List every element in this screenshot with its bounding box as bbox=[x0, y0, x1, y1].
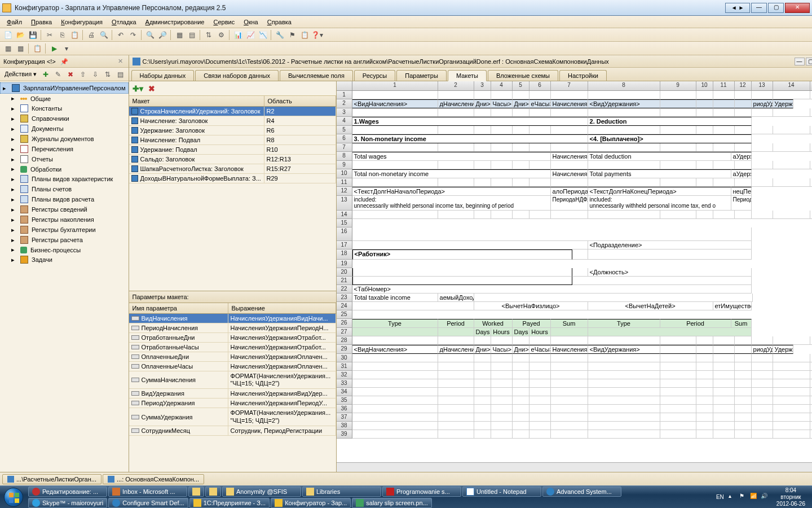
cell[interactable] bbox=[551, 379, 588, 388]
horizontal-scrollbar[interactable] bbox=[337, 462, 812, 472]
cell[interactable]: Начисления> bbox=[551, 169, 588, 178]
cell[interactable] bbox=[438, 161, 474, 169]
row-header[interactable]: 10 bbox=[337, 169, 352, 178]
cell[interactable] bbox=[474, 430, 491, 439]
cell[interactable] bbox=[529, 161, 551, 169]
menu-windows[interactable]: Окна bbox=[240, 17, 262, 27]
cell[interactable]: еЧасы> bbox=[529, 99, 551, 108]
cell[interactable] bbox=[773, 388, 810, 396]
cell[interactable] bbox=[773, 161, 810, 169]
cell[interactable] bbox=[713, 108, 735, 117]
cell[interactable] bbox=[660, 362, 696, 371]
cell[interactable] bbox=[352, 362, 438, 371]
cell[interactable] bbox=[352, 336, 438, 345]
cell[interactable]: 2. Deduction bbox=[588, 117, 752, 126]
cell[interactable] bbox=[529, 388, 551, 396]
cell[interactable]: <Подразделение> bbox=[588, 241, 752, 249]
taskbar-button[interactable] bbox=[205, 487, 221, 497]
cell[interactable] bbox=[588, 249, 752, 260]
tree-item[interactable]: ▸Регистры накопления bbox=[0, 214, 129, 225]
save-icon[interactable]: 💾 bbox=[27, 29, 38, 41]
cell[interactable] bbox=[735, 345, 752, 354]
cell[interactable] bbox=[513, 379, 529, 388]
cell[interactable]: <ВычетНаФизлицо> bbox=[474, 302, 588, 310]
cell[interactable] bbox=[588, 161, 660, 169]
cell[interactable] bbox=[810, 354, 812, 362]
cell[interactable] bbox=[551, 413, 588, 422]
cell[interactable] bbox=[773, 396, 810, 405]
cell[interactable] bbox=[810, 91, 812, 99]
cell[interactable] bbox=[352, 126, 438, 134]
cell[interactable] bbox=[551, 354, 588, 362]
templates-col-area[interactable]: Область bbox=[264, 96, 336, 106]
redo-icon[interactable]: ↷ bbox=[127, 29, 139, 41]
row-header[interactable]: 5 bbox=[337, 126, 352, 134]
param-row[interactable]: ПериодУдержанияНачисленияУдержанияПериод… bbox=[129, 398, 336, 408]
tree-item[interactable]: ▸Регистры расчета bbox=[0, 235, 129, 245]
param-row[interactable]: ВидНачисленияНачисленияУдержанияВидНачи.… bbox=[129, 314, 336, 323]
row-header[interactable]: 39 bbox=[337, 430, 352, 439]
cell[interactable] bbox=[551, 371, 588, 379]
cell[interactable] bbox=[660, 396, 696, 405]
cell[interactable] bbox=[696, 413, 713, 422]
taskbar-button[interactable] bbox=[188, 487, 204, 497]
cell[interactable] bbox=[474, 371, 491, 379]
print-icon[interactable]: 🖨 bbox=[86, 29, 97, 41]
cell[interactable] bbox=[529, 430, 551, 439]
tray-net-icon[interactable]: 📶 bbox=[750, 493, 759, 502]
tab[interactable]: Вычисляемые поля bbox=[280, 70, 353, 81]
templates-grid[interactable]: Макет Область СтрокаНачисленийУдержаний:… bbox=[129, 96, 336, 291]
cell[interactable] bbox=[660, 161, 696, 169]
cell[interactable] bbox=[660, 178, 696, 187]
tab[interactable]: Вложенные схемы bbox=[488, 70, 558, 81]
cell[interactable] bbox=[513, 396, 529, 405]
col-header[interactable]: 11 bbox=[713, 81, 735, 90]
cell[interactable] bbox=[810, 126, 812, 134]
tree-item[interactable]: ▸Журналы документов bbox=[0, 134, 129, 144]
col-header[interactable]: 4 bbox=[491, 81, 513, 90]
row-header[interactable]: 29 bbox=[337, 345, 352, 354]
cell[interactable]: Total non-monetary income bbox=[352, 169, 551, 178]
cell[interactable]: етИмуществен bbox=[713, 302, 752, 310]
cell[interactable] bbox=[773, 143, 810, 152]
cell[interactable] bbox=[752, 388, 773, 396]
cell[interactable] bbox=[696, 211, 713, 219]
cell[interactable]: нецПери bbox=[731, 187, 752, 196]
cell[interactable] bbox=[810, 413, 812, 422]
cell[interactable]: Type bbox=[352, 319, 438, 328]
cell[interactable] bbox=[752, 336, 773, 345]
cell[interactable] bbox=[491, 405, 513, 413]
cell[interactable] bbox=[438, 108, 474, 117]
cell[interactable] bbox=[810, 405, 812, 413]
cell[interactable] bbox=[352, 227, 752, 241]
cell[interactable] bbox=[551, 388, 588, 396]
cell[interactable] bbox=[660, 354, 696, 362]
cell[interactable] bbox=[551, 405, 588, 413]
cell[interactable]: Payed bbox=[513, 319, 551, 328]
cell[interactable]: included:unnecessarily withheld personal… bbox=[588, 196, 731, 211]
cell[interactable] bbox=[352, 302, 474, 310]
cell[interactable]: Начисления> bbox=[551, 99, 588, 108]
tree-item[interactable]: ▸Документы bbox=[0, 124, 129, 134]
cell[interactable]: Type bbox=[588, 319, 660, 328]
cell[interactable] bbox=[752, 371, 773, 379]
cell[interactable] bbox=[474, 354, 491, 362]
taskbar-button[interactable]: Untitled - Notepad bbox=[462, 487, 541, 497]
cell[interactable] bbox=[752, 143, 773, 152]
row-header[interactable]: 12 bbox=[337, 187, 352, 196]
row-header[interactable]: 19 bbox=[337, 260, 352, 268]
cell[interactable] bbox=[529, 422, 551, 430]
cell[interactable]: Worked bbox=[474, 319, 513, 328]
cell[interactable] bbox=[713, 161, 735, 169]
cell[interactable] bbox=[773, 354, 810, 362]
cell[interactable] bbox=[491, 371, 513, 379]
cell[interactable]: Total wages bbox=[352, 152, 551, 161]
col-header[interactable]: 1 bbox=[352, 81, 438, 90]
cell[interactable] bbox=[588, 405, 660, 413]
tab[interactable]: Ресурсы bbox=[354, 70, 395, 81]
cell[interactable] bbox=[752, 354, 773, 362]
cell[interactable] bbox=[735, 396, 752, 405]
cell[interactable] bbox=[513, 161, 529, 169]
col-header[interactable]: 10 bbox=[696, 81, 713, 90]
config-tree[interactable]: ▸ ЗарплатаИУправлениеПерсоналом ▸Общие▸К… bbox=[0, 81, 129, 472]
